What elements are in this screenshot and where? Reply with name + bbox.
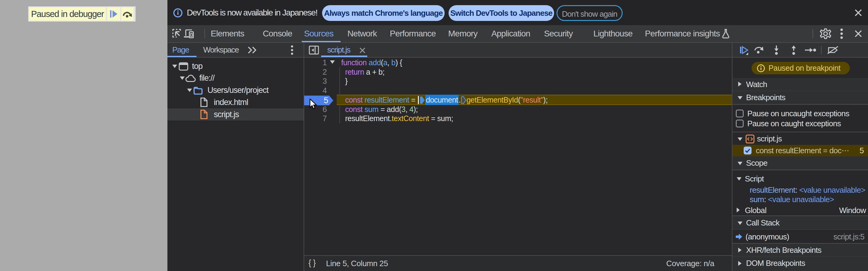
- svg-text:5: 5: [323, 96, 328, 105]
